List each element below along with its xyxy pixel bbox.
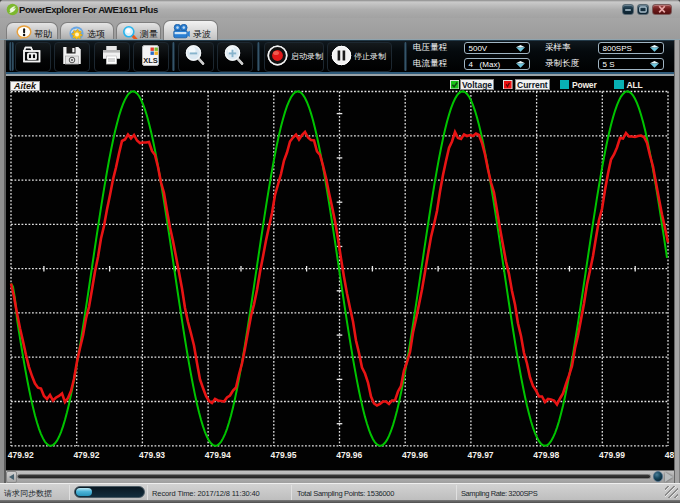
svg-text:XLS: XLS [143,55,158,64]
